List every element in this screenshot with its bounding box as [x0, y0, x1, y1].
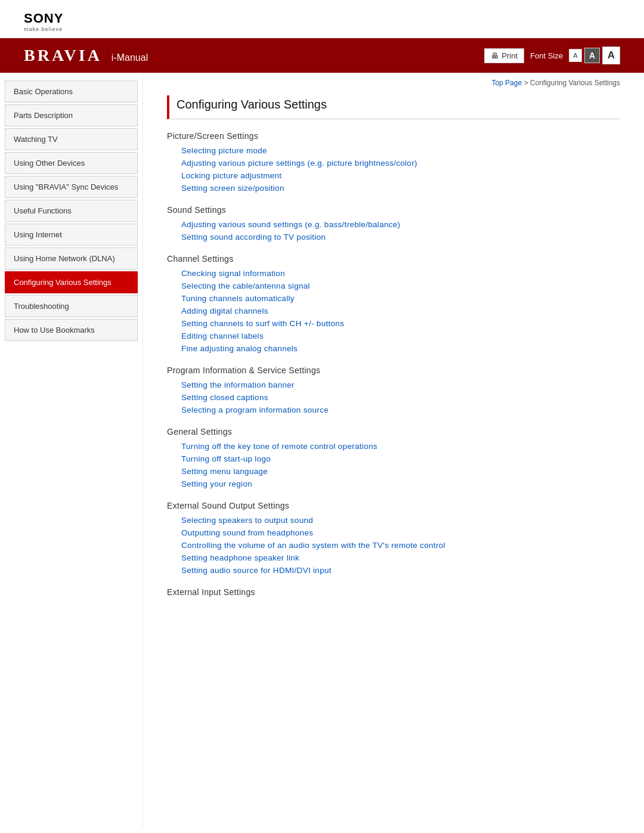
- content-link-1-0[interactable]: Adjusting various sound settings (e.g. b…: [167, 218, 620, 231]
- print-icon: 🖶: [491, 51, 499, 60]
- imanual-label: i-Manual: [112, 52, 148, 63]
- content-link-5-0[interactable]: Selecting speakers to output sound: [167, 514, 620, 527]
- header: SONY make.believe: [0, 0, 644, 38]
- breadcrumb-top-link[interactable]: Top Page: [491, 79, 522, 87]
- sidebar-item-1[interactable]: Parts Description: [5, 104, 138, 126]
- content-link-0-2[interactable]: Locking picture adjustment: [167, 169, 620, 182]
- sony-logo: SONY: [24, 11, 620, 26]
- font-small-button[interactable]: A: [569, 49, 582, 62]
- sidebar-item-7[interactable]: Using Home Network (DLNA): [5, 247, 138, 270]
- content-link-4-3[interactable]: Setting your region: [167, 478, 620, 490]
- breadcrumb-current: Configuring Various Settings: [530, 79, 620, 87]
- section-category-4: General Settings: [167, 427, 620, 436]
- content-area: Top Page > Configuring Various Settings …: [143, 73, 644, 828]
- content-link-2-1[interactable]: Selecting the cable/antenna signal: [167, 280, 620, 292]
- content-link-1-1[interactable]: Setting sound according to TV position: [167, 231, 620, 243]
- content-link-2-0[interactable]: Checking signal information: [167, 267, 620, 280]
- content-link-0-1[interactable]: Adjusting various picture settings (e.g.…: [167, 157, 620, 169]
- content-link-2-2[interactable]: Tuning channels automatically: [167, 292, 620, 305]
- main-layout: Basic OperationsParts DescriptionWatchin…: [0, 73, 644, 828]
- content-link-5-4[interactable]: Setting audio source for HDMI/DVI input: [167, 564, 620, 577]
- sidebar-item-4[interactable]: Using "BRAVIA" Sync Devices: [5, 176, 138, 198]
- content-link-0-3[interactable]: Setting screen size/position: [167, 182, 620, 194]
- sidebar-item-6[interactable]: Using Internet: [5, 224, 138, 246]
- brand-bar: BRAVIA i-Manual 🖶 Print Font Size A A A: [0, 38, 644, 73]
- sidebar-item-8[interactable]: Configuring Various Settings: [5, 271, 138, 293]
- bravia-logo: BRAVIA: [24, 46, 102, 65]
- section-category-2: Channel Settings: [167, 254, 620, 264]
- font-large-button[interactable]: A: [602, 47, 620, 64]
- font-size-controls: A A A: [569, 47, 620, 64]
- content-link-3-2[interactable]: Selecting a program information source: [167, 404, 620, 416]
- section-category-5: External Sound Output Settings: [167, 501, 620, 510]
- brand-bar-right: 🖶 Print Font Size A A A: [484, 47, 620, 64]
- breadcrumb-separator: >: [522, 79, 530, 87]
- sections-container: Picture/Screen SettingsSelecting picture…: [167, 131, 620, 597]
- content-link-4-2[interactable]: Setting menu language: [167, 465, 620, 478]
- sidebar-item-3[interactable]: Using Other Devices: [5, 152, 138, 174]
- content-link-2-3[interactable]: Adding digital channels: [167, 305, 620, 317]
- section-category-3: Program Information & Service Settings: [167, 366, 620, 375]
- brand-bar-left: BRAVIA i-Manual: [24, 46, 148, 65]
- print-label: Print: [501, 51, 518, 60]
- content-link-2-5[interactable]: Editing channel labels: [167, 330, 620, 342]
- sidebar-item-0[interactable]: Basic Operations: [5, 80, 138, 103]
- font-size-label: Font Size: [530, 51, 563, 60]
- sidebar-item-10[interactable]: How to Use Bookmarks: [5, 319, 138, 341]
- content-link-4-0[interactable]: Turning off the key tone of remote contr…: [167, 440, 620, 453]
- content-link-3-0[interactable]: Setting the information banner: [167, 379, 620, 391]
- breadcrumb: Top Page > Configuring Various Settings: [167, 79, 620, 89]
- sidebar-item-9[interactable]: Troubleshooting: [5, 295, 138, 317]
- sidebar-item-5[interactable]: Useful Functions: [5, 200, 138, 222]
- sony-tagline: make.believe: [24, 26, 620, 32]
- content-link-5-1[interactable]: Outputting sound from headphones: [167, 527, 620, 539]
- sidebar: Basic OperationsParts DescriptionWatchin…: [0, 73, 143, 828]
- content-link-4-1[interactable]: Turning off start-up logo: [167, 453, 620, 465]
- content-link-5-2[interactable]: Controlling the volume of an audio syste…: [167, 539, 620, 552]
- content-link-0-0[interactable]: Selecting picture mode: [167, 144, 620, 157]
- section-category-6: External Input Settings: [167, 587, 620, 597]
- content-link-2-4[interactable]: Setting channels to surf with CH +/- but…: [167, 317, 620, 330]
- content-link-5-3[interactable]: Setting headphone speaker link: [167, 552, 620, 564]
- content-link-2-6[interactable]: Fine adjusting analog channels: [167, 342, 620, 355]
- print-button[interactable]: 🖶 Print: [484, 48, 524, 63]
- section-category-0: Picture/Screen Settings: [167, 131, 620, 141]
- section-category-1: Sound Settings: [167, 205, 620, 215]
- sidebar-item-2[interactable]: Watching TV: [5, 128, 138, 150]
- font-medium-button[interactable]: A: [584, 48, 600, 63]
- page-title: Configuring Various Settings: [167, 95, 620, 119]
- content-link-3-1[interactable]: Setting closed captions: [167, 391, 620, 404]
